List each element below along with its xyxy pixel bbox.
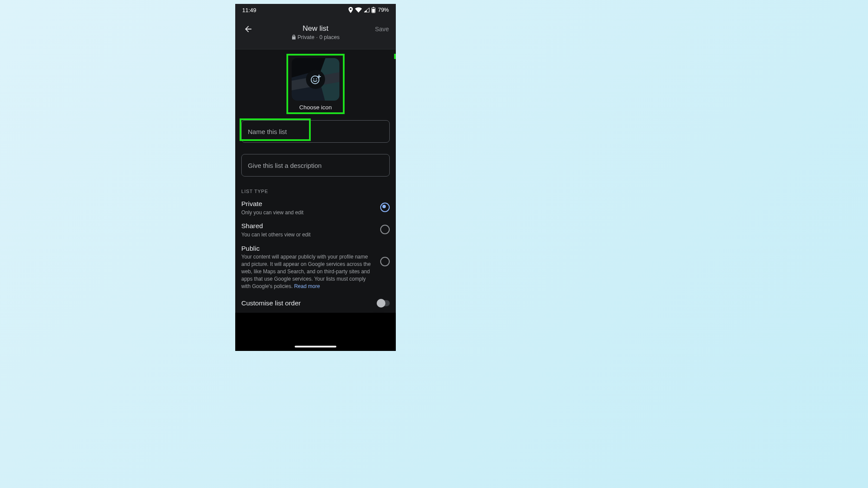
status-bar: 11:49 79% — [235, 4, 396, 16]
app-bar: New list Private · 0 places Save — [235, 16, 396, 49]
status-indicators: 79% — [348, 7, 389, 13]
page-title: New list — [302, 25, 329, 33]
list-name-input[interactable]: Name this list — [241, 120, 390, 143]
choose-icon-section: Choose icon — [241, 54, 390, 114]
choose-icon-highlight: Choose icon — [286, 54, 345, 114]
choose-icon-label: Choose icon — [299, 104, 332, 111]
customise-order-toggle[interactable] — [377, 300, 390, 306]
status-time: 11:49 — [242, 7, 256, 13]
location-icon — [348, 7, 353, 13]
arrow-back-icon — [243, 24, 253, 34]
svg-rect-1 — [373, 7, 374, 8]
choose-icon-card[interactable] — [292, 58, 339, 101]
option-shared[interactable]: Shared You can let others view or edit — [241, 222, 390, 238]
battery-icon — [372, 7, 375, 13]
lock-icon — [292, 35, 296, 39]
option-public[interactable]: Public Your content will appear publicly… — [241, 245, 390, 290]
list-description-input[interactable]: Give this list a description — [241, 154, 390, 177]
wifi-icon — [355, 7, 362, 13]
radio-private[interactable] — [380, 203, 390, 212]
read-more-link[interactable]: Read more — [294, 283, 320, 289]
radio-public[interactable] — [380, 257, 390, 266]
system-nav-bar — [235, 313, 396, 351]
signal-icon — [364, 7, 370, 13]
emoji-plus-icon — [306, 70, 325, 89]
highlight-sliver — [394, 54, 396, 59]
save-button[interactable]: Save — [375, 22, 389, 36]
content-area: Choose icon Name this list Give this lis… — [235, 54, 396, 307]
page-subtitle: Private · 0 places — [292, 34, 340, 40]
status-battery: 79% — [378, 7, 389, 13]
svg-point-3 — [311, 76, 319, 84]
customise-order-row[interactable]: Customise list order — [241, 299, 390, 307]
svg-point-4 — [313, 79, 315, 80]
option-private[interactable]: Private Only you can view and edit — [241, 200, 390, 216]
svg-rect-2 — [372, 9, 375, 13]
radio-shared[interactable] — [380, 225, 390, 234]
svg-point-5 — [316, 79, 317, 80]
back-button[interactable] — [241, 22, 255, 36]
phone-frame: 11:49 79% New list Private · 0 places Sa… — [235, 4, 396, 351]
list-type-label: LIST TYPE — [241, 189, 390, 194]
nav-handle[interactable] — [295, 346, 336, 347]
